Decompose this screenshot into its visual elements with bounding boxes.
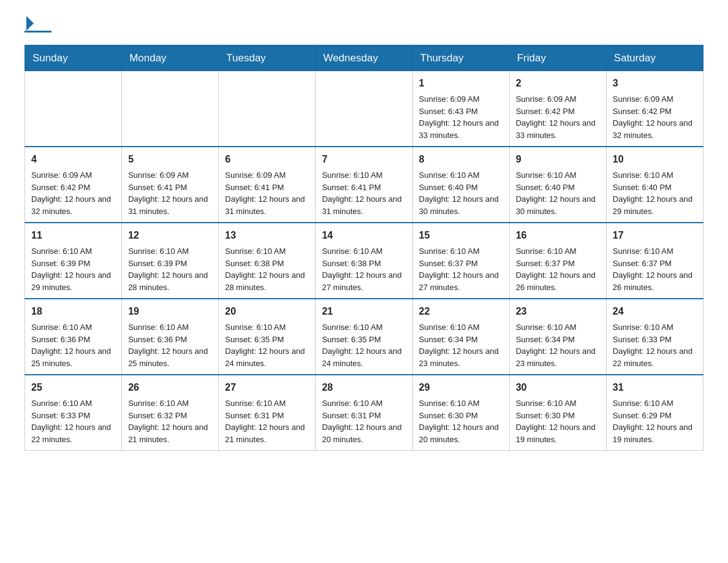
calendar-cell: 28Sunrise: 6:10 AM Sunset: 6:31 PM Dayli… [316,375,412,451]
calendar-cell: 20Sunrise: 6:10 AM Sunset: 6:35 PM Dayli… [219,299,316,375]
day-info: Sunrise: 6:10 AM Sunset: 6:36 PM Dayligh… [128,323,208,368]
day-number: 25 [31,380,115,395]
day-info: Sunrise: 6:09 AM Sunset: 6:42 PM Dayligh… [613,94,692,140]
calendar-cell: 17Sunrise: 6:10 AM Sunset: 6:37 PM Dayli… [606,223,703,299]
page-header [25,18,703,33]
day-number: 30 [516,380,600,395]
calendar-cell: 9Sunrise: 6:10 AM Sunset: 6:40 PM Daylig… [509,147,606,223]
day-info: Sunrise: 6:10 AM Sunset: 6:40 PM Dayligh… [516,170,596,216]
calendar-table: SundayMondayTuesdayWednesdayThursdayFrid… [25,45,703,451]
calendar-cell: 24Sunrise: 6:10 AM Sunset: 6:33 PM Dayli… [606,299,703,375]
calendar-week-row: 18Sunrise: 6:10 AM Sunset: 6:36 PM Dayli… [25,299,703,375]
calendar-cell: 4Sunrise: 6:09 AM Sunset: 6:42 PM Daylig… [25,147,122,223]
day-info: Sunrise: 6:10 AM Sunset: 6:34 PM Dayligh… [516,323,596,368]
day-number: 3 [613,76,697,91]
calendar-cell: 8Sunrise: 6:10 AM Sunset: 6:40 PM Daylig… [412,147,509,223]
calendar-cell: 29Sunrise: 6:10 AM Sunset: 6:30 PM Dayli… [412,375,509,451]
day-number: 5 [128,152,212,167]
day-number: 17 [613,228,697,243]
day-number: 12 [128,228,212,243]
day-info: Sunrise: 6:10 AM Sunset: 6:30 PM Dayligh… [419,399,499,444]
day-of-week-header: Monday [122,45,219,71]
calendar-week-row: 11Sunrise: 6:10 AM Sunset: 6:39 PM Dayli… [25,223,703,299]
day-number: 6 [225,152,309,167]
day-info: Sunrise: 6:09 AM Sunset: 6:43 PM Dayligh… [419,94,499,140]
day-of-week-header: Thursday [412,45,509,71]
day-number: 26 [128,380,212,395]
day-info: Sunrise: 6:10 AM Sunset: 6:38 PM Dayligh… [225,247,305,292]
calendar-cell [122,71,219,147]
calendar-cell: 16Sunrise: 6:10 AM Sunset: 6:37 PM Dayli… [509,223,606,299]
day-number: 2 [516,76,600,91]
calendar-cell: 1Sunrise: 6:09 AM Sunset: 6:43 PM Daylig… [412,71,509,147]
calendar-cell: 18Sunrise: 6:10 AM Sunset: 6:36 PM Dayli… [25,299,122,375]
calendar-cell: 3Sunrise: 6:09 AM Sunset: 6:42 PM Daylig… [606,71,703,147]
day-info: Sunrise: 6:10 AM Sunset: 6:37 PM Dayligh… [516,247,596,292]
day-number: 19 [128,304,212,319]
day-number: 24 [613,304,697,319]
calendar-cell: 14Sunrise: 6:10 AM Sunset: 6:38 PM Dayli… [316,223,412,299]
day-info: Sunrise: 6:09 AM Sunset: 6:42 PM Dayligh… [516,94,596,140]
calendar-header-row: SundayMondayTuesdayWednesdayThursdayFrid… [25,45,703,71]
day-info: Sunrise: 6:10 AM Sunset: 6:38 PM Dayligh… [322,247,401,292]
calendar-cell: 23Sunrise: 6:10 AM Sunset: 6:34 PM Dayli… [509,299,606,375]
logo-underline [25,31,51,33]
day-number: 18 [31,304,115,319]
day-number: 23 [516,304,600,319]
day-info: Sunrise: 6:10 AM Sunset: 6:33 PM Dayligh… [613,323,692,368]
calendar-cell [316,71,412,147]
day-info: Sunrise: 6:10 AM Sunset: 6:37 PM Dayligh… [613,247,692,292]
day-info: Sunrise: 6:10 AM Sunset: 6:39 PM Dayligh… [128,247,208,292]
calendar-cell [219,71,316,147]
day-info: Sunrise: 6:10 AM Sunset: 6:41 PM Dayligh… [322,170,401,216]
day-info: Sunrise: 6:09 AM Sunset: 6:41 PM Dayligh… [128,170,208,216]
day-number: 22 [419,304,503,319]
day-of-week-header: Tuesday [219,45,316,71]
day-number: 16 [516,228,600,243]
day-number: 8 [419,152,503,167]
day-number: 15 [419,228,503,243]
day-info: Sunrise: 6:10 AM Sunset: 6:31 PM Dayligh… [225,399,305,444]
logo [25,18,51,33]
calendar-cell [25,71,122,147]
day-number: 28 [322,380,406,395]
calendar-cell: 21Sunrise: 6:10 AM Sunset: 6:35 PM Dayli… [316,299,412,375]
calendar-cell: 27Sunrise: 6:10 AM Sunset: 6:31 PM Dayli… [219,375,316,451]
calendar-cell: 10Sunrise: 6:10 AM Sunset: 6:40 PM Dayli… [606,147,703,223]
calendar-cell: 13Sunrise: 6:10 AM Sunset: 6:38 PM Dayli… [219,223,316,299]
day-info: Sunrise: 6:10 AM Sunset: 6:37 PM Dayligh… [419,247,499,292]
calendar-cell: 7Sunrise: 6:10 AM Sunset: 6:41 PM Daylig… [316,147,412,223]
day-info: Sunrise: 6:10 AM Sunset: 6:32 PM Dayligh… [128,399,208,444]
day-of-week-header: Friday [509,45,606,71]
day-number: 14 [322,228,406,243]
calendar-cell: 12Sunrise: 6:10 AM Sunset: 6:39 PM Dayli… [122,223,219,299]
calendar-week-row: 4Sunrise: 6:09 AM Sunset: 6:42 PM Daylig… [25,147,703,223]
day-info: Sunrise: 6:09 AM Sunset: 6:42 PM Dayligh… [31,170,111,216]
day-info: Sunrise: 6:10 AM Sunset: 6:40 PM Dayligh… [419,170,499,216]
day-info: Sunrise: 6:10 AM Sunset: 6:31 PM Dayligh… [322,399,401,444]
day-of-week-header: Wednesday [316,45,412,71]
day-number: 21 [322,304,406,319]
calendar-cell: 19Sunrise: 6:10 AM Sunset: 6:36 PM Dayli… [122,299,219,375]
calendar-cell: 31Sunrise: 6:10 AM Sunset: 6:29 PM Dayli… [606,375,703,451]
day-of-week-header: Saturday [606,45,703,71]
calendar-cell: 25Sunrise: 6:10 AM Sunset: 6:33 PM Dayli… [25,375,122,451]
day-number: 20 [225,304,309,319]
day-info: Sunrise: 6:10 AM Sunset: 6:40 PM Dayligh… [613,170,692,216]
day-info: Sunrise: 6:10 AM Sunset: 6:39 PM Dayligh… [31,247,111,292]
day-number: 4 [31,152,115,167]
day-info: Sunrise: 6:10 AM Sunset: 6:35 PM Dayligh… [322,323,401,368]
logo-triangle-icon [26,16,34,31]
calendar-cell: 6Sunrise: 6:09 AM Sunset: 6:41 PM Daylig… [219,147,316,223]
day-number: 10 [613,152,697,167]
day-number: 13 [225,228,309,243]
day-info: Sunrise: 6:10 AM Sunset: 6:30 PM Dayligh… [516,399,596,444]
day-info: Sunrise: 6:10 AM Sunset: 6:34 PM Dayligh… [419,323,499,368]
calendar-cell: 2Sunrise: 6:09 AM Sunset: 6:42 PM Daylig… [509,71,606,147]
day-info: Sunrise: 6:09 AM Sunset: 6:41 PM Dayligh… [225,170,305,216]
day-number: 27 [225,380,309,395]
day-of-week-header: Sunday [25,45,122,71]
day-number: 1 [419,76,503,91]
day-info: Sunrise: 6:10 AM Sunset: 6:33 PM Dayligh… [31,399,111,444]
day-info: Sunrise: 6:10 AM Sunset: 6:36 PM Dayligh… [31,323,111,368]
